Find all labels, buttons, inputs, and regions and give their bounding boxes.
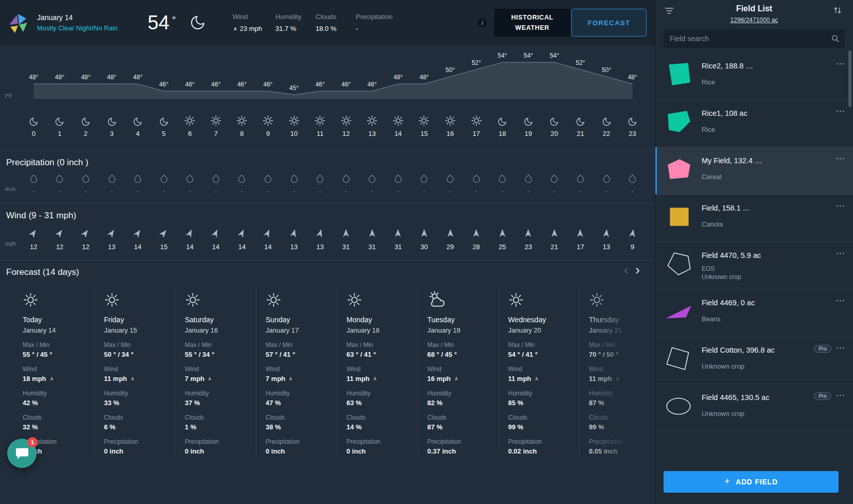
forecast-cards: Today January 14 Max / Min 55 ° / 45 ° W… bbox=[13, 287, 655, 455]
field-menu-button[interactable]: ⋯ bbox=[835, 58, 846, 69]
droplet-icon bbox=[393, 175, 403, 184]
sort-icon[interactable] bbox=[833, 6, 842, 14]
temp-unit-label: t°F bbox=[5, 93, 12, 99]
field-name: Field 4465, 130.5 ac bbox=[702, 393, 769, 402]
maxmin-value: 68 ° / 45 ° bbox=[427, 351, 494, 358]
svg-text:48°: 48° bbox=[628, 74, 637, 81]
hour-label: 2 bbox=[73, 130, 99, 144]
wind-value: 13 bbox=[307, 243, 333, 251]
header-date: January 14 bbox=[37, 13, 118, 22]
wind-direction-arrow-icon bbox=[393, 228, 403, 238]
humidity-value: 85 % bbox=[508, 399, 575, 407]
precipitation-label: Precipitation bbox=[266, 438, 333, 445]
wind-value: 17 bbox=[567, 243, 594, 251]
field-menu-button[interactable]: ⋯ bbox=[835, 247, 846, 259]
field-menu-button[interactable]: ⋯ bbox=[835, 389, 846, 401]
sidebar-scrollbar-thumb[interactable] bbox=[848, 50, 851, 107]
field-crop-type: Unknown crop bbox=[702, 362, 775, 370]
field-list-item[interactable]: Field 4469, 0 ac Beans ⋯ bbox=[655, 289, 853, 337]
forecast-day-card[interactable]: Today January 14 Max / Min 55 ° / 45 ° W… bbox=[13, 287, 94, 455]
hour-precipitation-cell: - bbox=[333, 174, 359, 195]
sun-icon bbox=[236, 115, 248, 127]
wind-value: 14 bbox=[255, 243, 281, 251]
field-list-item[interactable]: Rice1, 108 ac Rice ⋯ bbox=[655, 100, 853, 147]
wind-label: Wind bbox=[104, 366, 171, 373]
hourly-wind-section: mph 12 12 12 13 14 15 14 14 14 14 bbox=[0, 228, 655, 251]
field-crop-type: Unknown crop bbox=[702, 410, 769, 418]
sun-icon bbox=[366, 115, 378, 127]
field-menu-button[interactable]: ⋯ bbox=[835, 105, 846, 117]
precipitation-value: - bbox=[177, 188, 203, 195]
hour-weather-icon-cell bbox=[151, 117, 177, 127]
forecast-day-card[interactable]: Tuesday January 19 Max / Min 68 ° / 45 °… bbox=[417, 287, 498, 455]
droplet-icon bbox=[211, 175, 220, 184]
hour-label: 20 bbox=[542, 130, 568, 144]
acreage-link[interactable]: 1296/2471000 ac bbox=[730, 16, 778, 24]
current-temperature: 54 ° bbox=[148, 12, 176, 34]
app-logo-icon[interactable] bbox=[5, 11, 29, 34]
forecast-day-card[interactable]: Saturday January 16 Max / Min 55 ° / 34 … bbox=[175, 287, 256, 455]
maxmin-label: Max / Min bbox=[23, 341, 90, 349]
hour-weather-icon-cell bbox=[177, 115, 203, 127]
field-search-input[interactable] bbox=[670, 34, 831, 43]
app-root: January 14 Mostly Clear Night/No Rain 54… bbox=[0, 0, 853, 504]
clouds-value: 6 % bbox=[104, 423, 171, 431]
historical-weather-button[interactable]: HISTORICAL WEATHER bbox=[494, 9, 570, 37]
info-icon[interactable]: i bbox=[478, 18, 487, 27]
hour-wind-cell: 12 bbox=[47, 228, 73, 251]
hour-label: 4 bbox=[125, 130, 151, 144]
clouds-label: Clouds bbox=[589, 414, 655, 421]
precipitation-label: Precipitation bbox=[185, 438, 252, 445]
pro-badge: Pro bbox=[814, 392, 831, 400]
precipitation-value: - bbox=[151, 188, 177, 195]
field-list-item[interactable]: Field 4465, 130.5 ac Unknown crop Pro ⋯ bbox=[655, 384, 853, 431]
field-list-item[interactable]: My Field, 132.4 … Cereal ⋯ bbox=[655, 147, 853, 195]
wind-value: 16 mph bbox=[427, 375, 494, 383]
field-menu-button[interactable]: ⋯ bbox=[835, 152, 846, 164]
field-menu-button[interactable]: ⋯ bbox=[835, 342, 846, 354]
svg-text:48°: 48° bbox=[55, 74, 64, 81]
hour-weather-icon-cell bbox=[255, 115, 281, 127]
clouds-value: 1 % bbox=[185, 423, 252, 431]
forecast-prev-button[interactable]: ‹ bbox=[620, 263, 632, 276]
forecast-day-date: January 20 bbox=[508, 326, 575, 334]
forecast-day-card[interactable]: Thursday January 21 Max / Min 70 ° / 50 … bbox=[579, 287, 655, 455]
forecast-next-button[interactable]: › bbox=[632, 263, 643, 276]
forecast-day-card[interactable]: Monday January 18 Max / Min 63 ° / 41 ° … bbox=[337, 287, 417, 455]
moon-icon bbox=[29, 117, 39, 127]
forecast-day-card[interactable]: Wednesday January 20 Max / Min 54 ° / 41… bbox=[498, 287, 579, 455]
hour-wind-cell: 23 bbox=[515, 228, 542, 251]
hour-wind-cell: 13 bbox=[281, 228, 307, 251]
field-list-item[interactable]: Field, 158.1 … Canola ⋯ bbox=[655, 195, 853, 242]
clouds-label: Clouds bbox=[427, 414, 494, 421]
sun-icon bbox=[23, 292, 39, 308]
forecast-button[interactable]: FORECAST bbox=[571, 9, 647, 37]
field-menu-button[interactable]: ⋯ bbox=[835, 294, 846, 306]
precipitation-value: - bbox=[203, 188, 229, 195]
chat-launcher-button[interactable]: 1 bbox=[7, 439, 37, 468]
field-list-item[interactable]: Field Cotton, 396.8 ac Unknown crop Pro … bbox=[655, 337, 853, 384]
forecast-day-card[interactable]: Sunday January 17 Max / Min 57 ° / 41 ° … bbox=[256, 287, 337, 455]
droplet-icon bbox=[289, 175, 299, 184]
wind-direction-arrow-icon bbox=[341, 228, 351, 238]
field-list-sidebar: Field List 1296/2471000 ac Rice2, 188.8 … bbox=[655, 0, 853, 504]
hour-label: 9 bbox=[255, 130, 281, 144]
wind-value: 13 bbox=[281, 243, 307, 251]
field-list-item[interactable]: Rice2, 188.8 … Rice ⋯ bbox=[655, 53, 853, 100]
field-menu-button[interactable]: ⋯ bbox=[835, 200, 846, 212]
field-shape-thumbnail bbox=[664, 345, 693, 372]
field-list-item[interactable]: Field 4470, 5.9 ac EOS Unknown crop ⋯ bbox=[655, 242, 853, 289]
forecast-day-card[interactable]: Friday January 15 Max / Min 50 ° / 34 ° … bbox=[94, 287, 175, 455]
svg-text:46°: 46° bbox=[237, 81, 247, 88]
filter-icon[interactable] bbox=[665, 7, 674, 14]
field-crop-type: Cereal bbox=[702, 173, 762, 181]
moon-icon bbox=[524, 117, 533, 127]
clouds-value: 99 % bbox=[508, 423, 575, 431]
wind-direction-arrow-icon bbox=[615, 376, 620, 381]
add-field-button[interactable]: + ADD FIELD bbox=[664, 471, 839, 493]
hour-label: 8 bbox=[229, 130, 255, 144]
wind-direction-arrow-icon bbox=[156, 226, 171, 240]
metric-value: 31.7 % bbox=[275, 25, 302, 32]
precipitation-section-title: Precipitation (0 inch ) bbox=[0, 151, 655, 169]
hour-precipitation-cell: - bbox=[567, 174, 594, 195]
